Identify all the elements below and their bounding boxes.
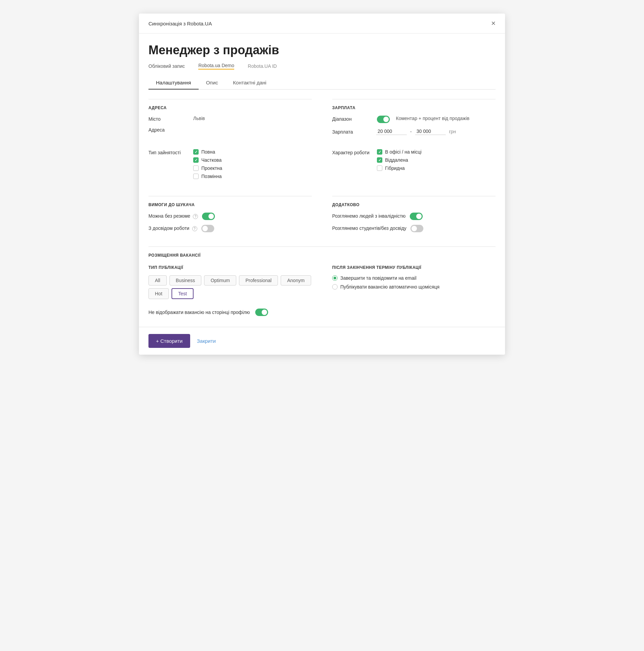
hide-vacancy-row: Не відображати вакансію на сторінці проф…: [148, 309, 496, 316]
sync-modal: Синхронізація з Robota.UA × Менеджер з п…: [139, 14, 505, 355]
checkbox-icon: [193, 157, 199, 163]
checkbox-icon: [377, 165, 382, 171]
radio-icon-1: [332, 284, 338, 290]
experience-help-icon[interactable]: ?: [192, 226, 197, 231]
pub-type-business[interactable]: Business: [169, 275, 202, 285]
salary-comment: Коментар + процент від продажів: [396, 116, 469, 121]
experience-label: З досвідом роботи ?: [148, 225, 197, 231]
checkbox-icon: [193, 165, 199, 171]
experience-row: З досвідом роботи ?: [148, 225, 312, 232]
pub-type-professional[interactable]: Professional: [239, 275, 278, 285]
address-label: Адреса: [148, 126, 189, 133]
city-value: Львів: [193, 116, 205, 121]
close-button[interactable]: Закрити: [197, 338, 216, 344]
after-expiry-option-1[interactable]: Публікувати вакансію автоматично щомісяц…: [332, 284, 496, 290]
checkbox-icon: [193, 149, 199, 155]
students-toggle[interactable]: [410, 225, 423, 232]
pub-type-test[interactable]: Test: [172, 288, 194, 299]
work-character-row: Характер роботи В офісі / на місці Відда…: [332, 149, 496, 174]
employment-option-label-1: Часткова: [201, 157, 222, 163]
tab-description[interactable]: Опис: [199, 76, 226, 90]
requirements-title: ВИМОГИ ДО ШУКАЧА: [148, 202, 312, 207]
work-char-label-0: В офісі / на місці: [385, 149, 422, 155]
after-expiry-section: ПІСЛЯ ЗАКІНЧЕННЯ ТЕРМІНУ ПУБЛІКАЦІЇ Заве…: [332, 265, 496, 299]
employment-option-label-2: Проектна: [201, 165, 222, 171]
hide-vacancy-toggle[interactable]: [255, 309, 268, 316]
after-expiry-label-0: Завершити та повідомити на email: [340, 275, 417, 281]
no-resume-help-icon[interactable]: ?: [193, 214, 198, 219]
pub-type-anonym[interactable]: Anonym: [281, 275, 311, 285]
pub-type-all[interactable]: All: [148, 275, 167, 285]
pub-type-optimum[interactable]: Optimum: [204, 275, 236, 285]
modal-footer: + Створити Закрити: [139, 327, 505, 355]
work-character-options: В офісі / на місці Віддалена Гібридна: [377, 149, 422, 174]
work-character-section: Характер роботи В офісі / на місці Відда…: [332, 149, 496, 186]
pub-type-hot[interactable]: Hot: [148, 288, 169, 299]
students-label: Розглянемо студентів/без досвіду: [332, 225, 406, 231]
work-char-option-0[interactable]: В офісі / на місці: [377, 149, 422, 155]
range-toggle[interactable]: [377, 116, 390, 123]
employment-option-1[interactable]: Часткова: [193, 157, 222, 163]
employment-option-2[interactable]: Проектна: [193, 165, 222, 171]
account-link[interactable]: Robota.ua Demo: [198, 63, 234, 70]
publication-type-title: ТИП ПУБЛІКАЦІЇ: [148, 265, 312, 270]
employment-label: Тип зайнятості: [148, 149, 189, 155]
salary-label: Зарплата: [332, 129, 373, 135]
salary-from-input[interactable]: [376, 128, 407, 135]
disability-row: Розглянемо людей з інвалідністю: [332, 213, 496, 220]
employment-section: Тип зайнятості Повна Часткова Проектн: [148, 149, 312, 186]
additional-section: ДОДАТКОВО Розглянемо людей з інвалідніст…: [332, 196, 496, 237]
robota-id-label: Robota.UA ID: [248, 63, 277, 69]
checkbox-icon: [377, 149, 382, 155]
work-char-option-2[interactable]: Гібридна: [377, 165, 422, 171]
radio-icon-0: [332, 275, 338, 281]
employment-option-label-0: Повна: [201, 149, 215, 155]
disability-toggle[interactable]: [410, 213, 423, 220]
create-button[interactable]: + Створити: [148, 334, 190, 348]
employment-options: Повна Часткова Проектна Позмінна: [193, 149, 222, 182]
work-char-label-1: Віддалена: [385, 157, 408, 163]
tab-settings[interactable]: Налаштування: [148, 76, 199, 90]
tab-contacts[interactable]: Контактні дані: [225, 76, 274, 90]
account-row: Обліковий запис Robota.ua Demo Robota.UA…: [148, 63, 496, 70]
work-char-label-2: Гібридна: [385, 165, 405, 171]
city-field: Місто Львів: [148, 116, 312, 122]
range-label: Діапазон: [332, 116, 373, 122]
employment-type-row: Тип зайнятості Повна Часткова Проектн: [148, 149, 312, 182]
checkbox-icon: [377, 157, 382, 163]
placement-section: РОЗМІЩЕННЯ ВАКАНСІЇ: [148, 246, 496, 258]
publication-types-list: All Business Optimum Professional Anonym…: [148, 275, 312, 299]
page-title: Менеджер з продажів: [148, 43, 496, 57]
work-character-label: Характер роботи: [332, 149, 373, 155]
disability-label: Розглянемо людей з інвалідністю: [332, 213, 406, 219]
salary-range-field: Діапазон Коментар + процент від продажів: [332, 116, 496, 123]
employment-option-0[interactable]: Повна: [193, 149, 222, 155]
address-section: АДРЕСА Місто Львів Адреса: [148, 99, 312, 140]
after-expiry-title: ПІСЛЯ ЗАКІНЧЕННЯ ТЕРМІНУ ПУБЛІКАЦІЇ: [332, 265, 496, 270]
salary-section: ЗАРПЛАТА Діапазон Коментар + процент від…: [332, 99, 496, 140]
experience-toggle[interactable]: [201, 225, 214, 232]
city-label: Місто: [148, 116, 189, 122]
no-resume-toggle[interactable]: [202, 213, 215, 220]
employment-option-label-3: Позмінна: [201, 174, 222, 179]
account-label: Обліковий запис: [148, 63, 185, 69]
modal-header-title: Синхронізація з Robota.UA: [148, 21, 212, 26]
address-section-title: АДРЕСА: [148, 105, 312, 110]
salary-amount-field: Зарплата - грн: [332, 128, 496, 135]
hide-vacancy-label: Не відображати вакансію на сторінці проф…: [148, 310, 250, 315]
requirements-section: ВИМОГИ ДО ШУКАЧА Можна без резюме ? З до…: [148, 196, 312, 237]
close-icon[interactable]: ×: [491, 20, 496, 27]
placement-title: РОЗМІЩЕННЯ ВАКАНСІЇ: [148, 253, 496, 258]
salary-section-title: ЗАРПЛАТА: [332, 105, 496, 110]
after-expiry-option-0[interactable]: Завершити та повідомити на email: [332, 275, 496, 281]
publication-type-section: ТИП ПУБЛІКАЦІЇ All Business Optimum Prof…: [148, 265, 312, 299]
salary-to-input[interactable]: [415, 128, 446, 135]
work-char-option-1[interactable]: Віддалена: [377, 157, 422, 163]
additional-title: ДОДАТКОВО: [332, 202, 496, 207]
no-resume-row: Можна без резюме ?: [148, 213, 312, 220]
employment-option-3[interactable]: Позмінна: [193, 174, 222, 179]
modal-header: Синхронізація з Robota.UA ×: [139, 14, 505, 34]
tabs: Налаштування Опис Контактні дані: [148, 76, 496, 90]
modal-body: Менеджер з продажів Обліковий запис Robo…: [139, 34, 505, 327]
no-resume-label: Можна без резюме ?: [148, 213, 198, 219]
